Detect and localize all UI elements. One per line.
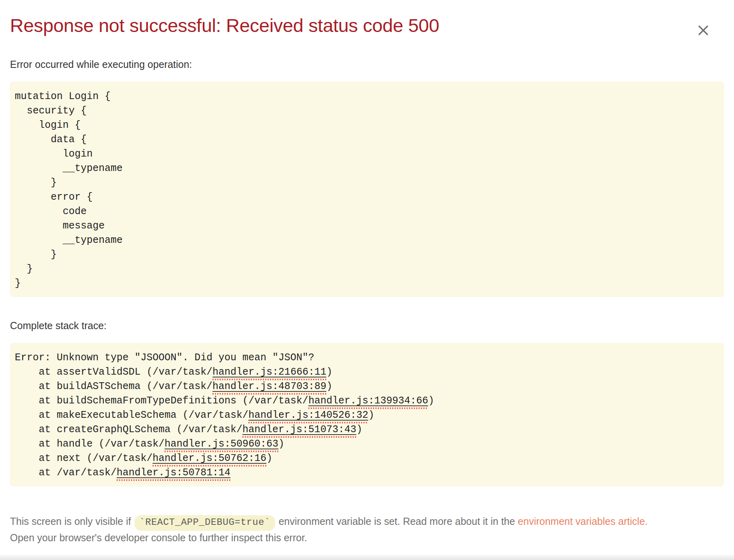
close-icon: [696, 24, 710, 37]
stack-trace-line: at assertValidSDL (/var/task/handler.js:…: [15, 365, 718, 379]
stack-trace-line: at buildASTSchema (/var/task/handler.js:…: [15, 379, 718, 394]
stack-trace-line: at /var/task/handler.js:50781:14: [15, 466, 718, 480]
footer-text-after-badge: environment variable is set. Read more a…: [279, 516, 515, 527]
operation-heading: Error occurred while executing operation…: [10, 58, 724, 70]
stack-text: at assertValidSDL (/var/task/: [15, 366, 212, 378]
stack-trace-line: Error: Unknown type "JSOOON". Did you me…: [15, 351, 718, 365]
stack-text: ): [266, 453, 272, 464]
footer-sentence-period: .: [645, 516, 648, 527]
footer-line-2: Open your browser's developer console to…: [10, 531, 724, 544]
stack-text: ): [428, 395, 434, 407]
stack-text: at createGraphQLSchema (/var/task/: [15, 424, 242, 435]
stack-text: at buildASTSchema (/var/task/: [15, 381, 212, 392]
environment-variables-link[interactable]: environment variables article: [518, 516, 645, 527]
stack-text: at next (/var/task/: [15, 453, 153, 464]
stack-trace-line: at buildSchemaFromTypeDefinitions (/var/…: [15, 394, 718, 408]
error-title: Response not successful: Received status…: [10, 15, 724, 36]
footer-text-before-badge: This screen is only visible if: [10, 516, 131, 527]
stack-text: at handle (/var/task/: [15, 438, 165, 450]
error-dialog: Response not successful: Received status…: [0, 0, 734, 560]
stack-trace-heading: Complete stack trace:: [10, 320, 724, 332]
debug-footer: This screen is only visible if `REACT_AP…: [10, 514, 724, 544]
stack-file-location: handler.js:50781:14: [117, 467, 230, 481]
stack-text: at makeExecutableSchema (/var/task/: [15, 409, 248, 421]
stack-trace-code-block: Error: Unknown type "JSOOON". Did you me…: [10, 343, 724, 487]
stack-trace-line: at makeExecutableSchema (/var/task/handl…: [15, 408, 718, 423]
stack-file-location: handler.js:140526:32: [248, 409, 368, 423]
stack-trace-line: at handle (/var/task/handler.js:50960:63…: [15, 437, 718, 451]
close-button[interactable]: [694, 21, 713, 40]
stack-text: at buildSchemaFromTypeDefinitions (/var/…: [15, 395, 308, 407]
stack-trace-line: at next (/var/task/handler.js:50762:16): [15, 451, 718, 466]
stack-file-location: handler.js:50762:16: [153, 453, 266, 467]
stack-file-location: handler.js:51073:43: [242, 424, 356, 438]
stack-trace-line: at createGraphQLSchema (/var/task/handle…: [15, 423, 718, 437]
dialog-header: Response not successful: Received status…: [10, 15, 724, 36]
stack-text: ): [326, 381, 332, 392]
bottom-edge-shadow: [0, 554, 734, 560]
operation-code-block: mutation Login { security { login { data…: [10, 81, 724, 297]
stack-file-location: handler.js:50960:63: [165, 438, 278, 452]
stack-text: ): [326, 366, 332, 378]
stack-text: ): [368, 409, 374, 421]
stack-text: ): [356, 424, 362, 435]
stack-file-location: handler.js:21666:11: [212, 366, 326, 380]
stack-text: ): [278, 438, 284, 450]
env-var-badge: `REACT_APP_DEBUG=true`: [135, 515, 275, 531]
stack-file-location: handler.js:48703:89: [212, 381, 326, 395]
stack-text: Error: Unknown type "JSOOON". Did you me…: [15, 352, 314, 363]
stack-file-location: handler.js:139934:66: [308, 395, 428, 409]
footer-line-1: This screen is only visible if `REACT_AP…: [10, 514, 724, 531]
stack-text: at /var/task/: [15, 467, 117, 479]
